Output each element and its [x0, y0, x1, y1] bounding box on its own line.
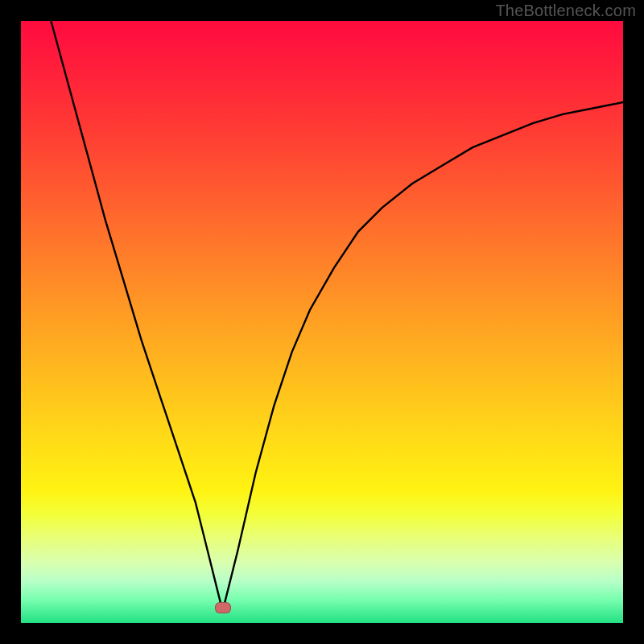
chart-frame: TheBottleneck.com: [0, 0, 644, 644]
bottleneck-curve: [51, 21, 623, 611]
plot-area: [21, 21, 623, 623]
curve-svg: [21, 21, 623, 623]
optimum-marker: [215, 602, 231, 613]
watermark-text: TheBottleneck.com: [495, 2, 636, 20]
